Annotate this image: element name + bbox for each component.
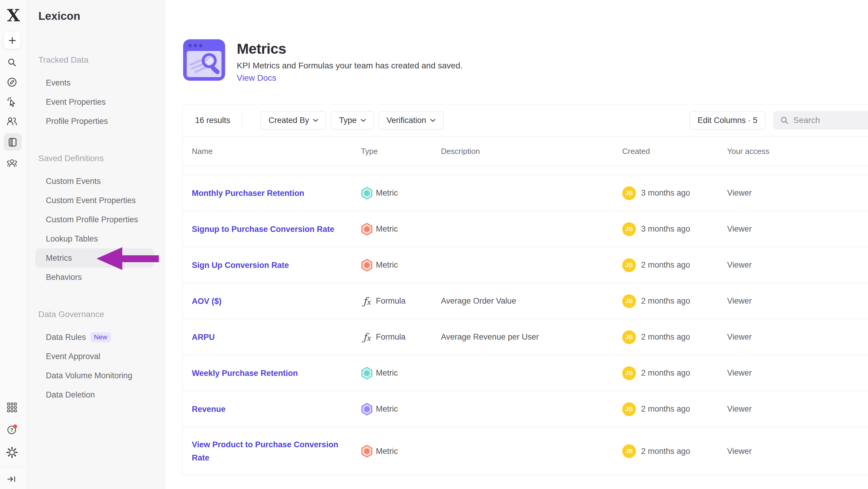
users-icon — [6, 115, 18, 127]
sidebar-item-label: Lookup Tables — [46, 234, 98, 243]
metric-name-link[interactable]: View Product to Purchase Conversion Rate — [192, 438, 346, 464]
rail-divider — [0, 467, 27, 467]
page-description: KPI Metrics and Formulas your team has c… — [237, 61, 463, 71]
avatar[interactable]: JB — [622, 444, 636, 458]
sidebar-item-metrics[interactable]: Metrics — [35, 249, 154, 267]
sidebar-item-behaviors[interactable]: Behaviors — [27, 267, 165, 287]
sidebar-item-label: Custom Profile Properties — [46, 215, 138, 224]
filter-button-type[interactable]: Type — [331, 111, 374, 130]
metric-name-link[interactable]: Monthly Purchaser Retention — [192, 186, 304, 200]
metric-hexagon-icon — [361, 223, 373, 236]
type-label: Metric — [376, 260, 398, 270]
created-text: 3 months ago — [641, 224, 690, 234]
sidebar-section-heading: Saved Definitions — [38, 153, 165, 164]
filter-button-verification[interactable]: Verification — [378, 111, 443, 130]
sidebar-sections: Tracked DataEventsEvent PropertiesProfil… — [27, 55, 165, 404]
mixpanel-logo[interactable]: X — [5, 7, 22, 24]
avatar[interactable]: JB — [622, 294, 636, 308]
sidebar-item-profile-properties[interactable]: Profile Properties — [27, 112, 165, 131]
avatar[interactable]: JB — [622, 258, 636, 272]
metric-name-link[interactable]: Signup to Purchase Conversion Rate — [192, 223, 335, 236]
search-icon — [6, 56, 18, 68]
column-header-your-access[interactable]: Your access — [727, 147, 868, 156]
cursor-click-icon — [6, 96, 18, 108]
column-header-name[interactable]: Name — [192, 147, 361, 156]
type-label: Formula — [376, 333, 405, 342]
avatar[interactable]: JB — [622, 186, 636, 200]
access-text: Viewer — [727, 404, 752, 413]
sidebar-item-data-rules[interactable]: Data RulesNew — [27, 327, 165, 347]
events-rail-button[interactable] — [6, 96, 18, 108]
metric-hexagon-icon — [361, 444, 373, 458]
lexicon-rail-button-active[interactable] — [4, 133, 22, 151]
sidebar-item-events[interactable]: Events — [27, 73, 165, 92]
sidebar-item-custom-profile-properties[interactable]: Custom Profile Properties — [27, 210, 165, 229]
compass-icon — [6, 76, 18, 88]
metric-name-link[interactable]: Weekly Purchase Retention — [192, 367, 298, 380]
sidebar-item-label: Custom Event Properties — [46, 196, 136, 205]
metrics-table-card: 16 results Created ByTypeVerification Ed… — [182, 104, 868, 476]
metric-name-link[interactable]: ARPU — [192, 330, 215, 344]
sidebar-item-custom-event-properties[interactable]: Custom Event Properties — [27, 191, 165, 210]
formula-fx-icon: ƒx — [363, 332, 370, 342]
sidebar-item-data-volume-monitoring[interactable]: Data Volume Monitoring — [27, 366, 165, 385]
metric-hexagon-icon — [361, 259, 373, 272]
users-rail-button[interactable] — [6, 115, 18, 127]
avatar[interactable]: JB — [622, 330, 636, 344]
column-header-description[interactable]: Description — [441, 147, 622, 156]
filter-button-created-by[interactable]: Created By — [260, 111, 327, 130]
access-text: Viewer — [727, 260, 752, 269]
metric-name-link[interactable]: Revenue — [192, 403, 226, 416]
sidebar-item-label: Event Properties — [46, 97, 106, 107]
metric-name-link[interactable]: Sign Up Conversion Rate — [192, 259, 289, 272]
filter-buttons: Created ByTypeVerification — [260, 111, 443, 130]
sidebar-item-data-deletion[interactable]: Data Deletion — [27, 385, 165, 404]
cohorts-rail-button[interactable] — [6, 157, 18, 170]
type-label: Formula — [376, 296, 405, 306]
access-text: Viewer — [727, 333, 752, 341]
svg-text:?: ? — [10, 427, 13, 433]
edit-columns-button[interactable]: Edit Columns · 5 — [689, 111, 766, 130]
view-docs-link[interactable]: View Docs — [237, 73, 276, 83]
discover-rail-button[interactable] — [6, 76, 18, 88]
apps-rail-button[interactable] — [6, 401, 18, 413]
sidebar-item-label: Event Approval — [46, 352, 100, 361]
sidebar-item-event-approval[interactable]: Event Approval — [27, 347, 165, 366]
sidebar-item-label: Data Volume Monitoring — [46, 371, 132, 380]
column-header-created[interactable]: Created — [622, 147, 727, 156]
settings-rail-button[interactable] — [6, 447, 18, 458]
description-text: Average Revenue per User — [441, 333, 539, 341]
access-text: Viewer — [727, 447, 752, 456]
type-label: Metric — [376, 368, 398, 378]
sign-in-icon — [6, 473, 18, 485]
column-header-type[interactable]: Type — [361, 147, 441, 156]
lexicon-sidebar: Lexicon Tracked DataEventsEvent Properti… — [27, 0, 165, 489]
access-text: Viewer — [727, 224, 752, 233]
help-rail-button[interactable]: ? — [6, 424, 18, 436]
table-search[interactable] — [773, 111, 868, 130]
filter-label: Created By — [269, 116, 309, 125]
sidebar-item-event-properties[interactable]: Event Properties — [27, 92, 165, 112]
sidebar-item-label: Data Rules — [46, 333, 86, 342]
create-plus-button[interactable] — [4, 32, 21, 49]
table-row: Weekly Purchase Retention MetricJB2 mont… — [183, 355, 868, 391]
created-text: 2 months ago — [641, 447, 690, 456]
sidebar-item-label: Behaviors — [46, 273, 82, 282]
notification-dot — [13, 425, 17, 428]
metric-name-link[interactable]: AOV ($) — [192, 295, 221, 308]
table-row: View Product to Purchase Conversion Rate… — [183, 427, 868, 476]
table-row: Revenue MetricJB2 months agoViewer — [183, 391, 868, 427]
type-label: Metric — [376, 224, 398, 234]
avatar[interactable]: JB — [622, 222, 636, 236]
sidebar-item-label: Custom Events — [46, 177, 101, 186]
sidebar-item-lookup-tables[interactable]: Lookup Tables — [27, 229, 165, 249]
avatar[interactable]: JB — [622, 366, 636, 380]
main-content: Metrics KPI Metrics and Formulas your te… — [165, 0, 868, 489]
search-rail-button[interactable] — [6, 56, 18, 68]
sign-in-rail-button[interactable] — [6, 473, 18, 485]
sidebar-item-custom-events[interactable]: Custom Events — [27, 172, 165, 191]
table-row: Monthly Purchaser Retention MetricJB3 mo… — [183, 175, 868, 211]
avatar[interactable]: JB — [622, 402, 636, 416]
search-input[interactable] — [794, 115, 859, 125]
settings-gear-icon — [6, 447, 18, 458]
